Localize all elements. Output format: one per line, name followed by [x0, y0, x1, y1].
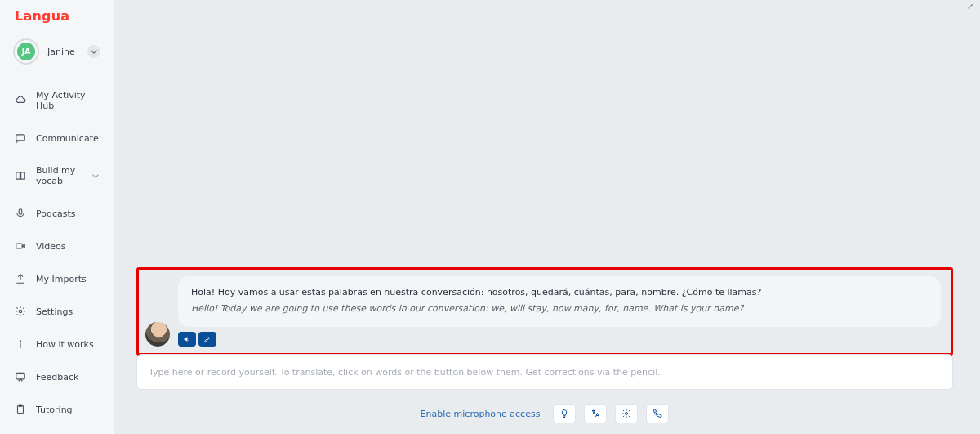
- svg-point-8: [626, 413, 628, 415]
- mic-icon: [15, 208, 26, 219]
- sidebar-item-how[interactable]: How it works: [0, 328, 114, 360]
- highlighted-message: Hola! Hoy vamos a usar estas palabras en…: [136, 267, 953, 356]
- svg-point-4: [20, 341, 20, 342]
- call-button[interactable]: [646, 404, 669, 423]
- tutor-avatar: [145, 322, 170, 347]
- video-icon: [15, 240, 26, 252]
- svg-rect-0: [16, 135, 25, 141]
- hint-button[interactable]: [553, 404, 576, 423]
- sidebar-item-activity[interactable]: My Activity Hub: [0, 79, 114, 122]
- sidebar-item-label: Feedback: [36, 372, 99, 383]
- sidebar: Langua JA Janine My Activity Hub Communi…: [0, 0, 114, 434]
- svg-rect-2: [16, 244, 23, 248]
- sidebar-item-settings[interactable]: Settings: [0, 295, 114, 328]
- clipboard-icon: [15, 404, 26, 415]
- main-area: ⤢ Hola! Hoy vamos a usar estas palabras …: [114, 0, 980, 434]
- sidebar-item-label: Tutoring: [36, 405, 99, 415]
- sidebar-item-feedback[interactable]: Feedback: [0, 360, 114, 393]
- sidebar-item-label: Podcasts: [36, 208, 99, 219]
- message-native: Hola! Hoy vamos a usar estas palabras en…: [191, 284, 928, 301]
- svg-rect-1: [19, 209, 22, 214]
- sidebar-item-label: My Imports: [36, 274, 99, 284]
- sidebar-item-imports[interactable]: My Imports: [0, 262, 114, 295]
- svg-rect-5: [16, 373, 25, 379]
- translate-button[interactable]: [584, 404, 607, 423]
- sidebar-item-label: Videos: [36, 241, 99, 252]
- feedback-icon: [15, 371, 26, 383]
- translate-icon: [590, 409, 600, 418]
- profile-menu-toggle[interactable]: [87, 45, 100, 58]
- footer-controls: Enable microphone access: [136, 401, 953, 426]
- sidebar-item-podcasts[interactable]: Podcasts: [0, 197, 114, 230]
- speak-button[interactable]: [178, 332, 196, 347]
- phone-icon: [653, 409, 662, 418]
- avatar: JA: [13, 38, 39, 65]
- enable-mic-link[interactable]: Enable microphone access: [421, 409, 541, 419]
- avatar-initials: JA: [17, 43, 35, 60]
- chevron-down-icon: [92, 174, 99, 178]
- gear-icon: [621, 409, 631, 418]
- sidebar-item-videos[interactable]: Videos: [0, 230, 114, 262]
- sidebar-item-vocab[interactable]: Build my vocab: [0, 154, 114, 197]
- sidebar-item-label: Communicate: [36, 133, 99, 144]
- cloud-icon: [15, 95, 26, 106]
- profile-row[interactable]: JA Janine: [0, 35, 114, 79]
- brand-logo: Langua: [0, 0, 114, 35]
- book-icon: [15, 170, 26, 181]
- pencil-icon: [203, 335, 212, 343]
- lightbulb-icon: [559, 409, 569, 418]
- chevron-down-icon: [91, 50, 97, 54]
- svg-point-3: [19, 310, 22, 313]
- sidebar-item-label: Build my vocab: [36, 165, 82, 186]
- upload-icon: [15, 273, 26, 284]
- sidebar-item-communicate[interactable]: Communicate: [0, 122, 114, 154]
- chat-area: Hola! Hoy vamos a usar estas palabras en…: [136, 267, 953, 356]
- volume-icon: [183, 335, 191, 343]
- sidebar-item-label: My Activity Hub: [36, 90, 99, 111]
- bubble-actions: [178, 332, 941, 347]
- sidebar-nav: My Activity Hub Communicate Build my voc…: [0, 79, 114, 426]
- info-icon: [15, 338, 26, 350]
- gear-icon: [15, 306, 26, 317]
- chat-bubble[interactable]: Hola! Hoy vamos a usar estas palabras en…: [178, 276, 941, 327]
- correct-button[interactable]: [198, 332, 216, 347]
- sidebar-item-tutoring[interactable]: Tutoring: [0, 393, 114, 426]
- composer-input[interactable]: [147, 355, 942, 389]
- chat-icon: [15, 132, 26, 144]
- window-resize-handle[interactable]: ⤢: [967, 2, 973, 11]
- sidebar-item-label: Settings: [36, 306, 99, 317]
- sidebar-item-label: How it works: [36, 339, 99, 350]
- chat-settings-button[interactable]: [615, 404, 638, 423]
- message-translation: Hello! Today we are going to use these w…: [191, 301, 928, 317]
- composer[interactable]: [136, 354, 953, 390]
- profile-name: Janine: [47, 47, 79, 57]
